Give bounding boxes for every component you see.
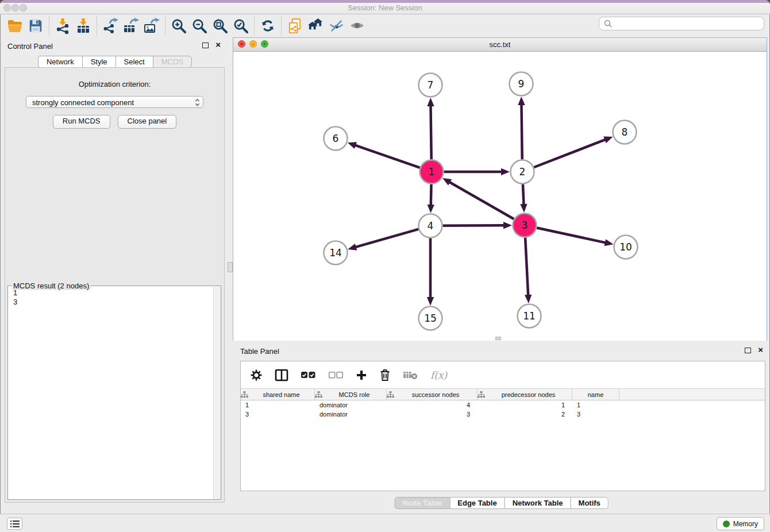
memory-button[interactable]: Memory xyxy=(717,517,764,530)
graph-node-1[interactable]: 1 xyxy=(420,160,444,184)
table-cell[interactable]: 4 xyxy=(387,400,478,410)
node-table-frame: f(x) shared nameMCDS rolesuccessor nodes… xyxy=(240,361,765,491)
table-row[interactable]: 3dominator323 xyxy=(241,410,765,419)
table-cell[interactable]: 3 xyxy=(572,410,619,419)
network-canvas[interactable]: 1234678910111415 xyxy=(233,52,767,341)
table-cell[interactable]: 2 xyxy=(478,410,572,419)
function-builder-button[interactable]: f(x) xyxy=(430,369,447,381)
toggle-panels-button[interactable] xyxy=(7,518,22,530)
graph-node-15[interactable]: 15 xyxy=(419,307,442,330)
table-cell[interactable]: dominator xyxy=(315,410,387,419)
graph-node-6[interactable]: 6 xyxy=(324,127,348,151)
graph-node-4[interactable]: 4 xyxy=(419,214,442,238)
graph-node-3[interactable]: 3 xyxy=(513,214,537,237)
graph-node-8[interactable]: 8 xyxy=(613,121,637,144)
graph-edge-3-11[interactable] xyxy=(525,237,528,296)
column-header-shared-name[interactable]: shared name xyxy=(241,389,315,400)
canvas-splitter-handle[interactable] xyxy=(495,337,501,340)
column-header-mcds-role[interactable]: MCDS role xyxy=(315,389,387,400)
graph-edge-4-14[interactable] xyxy=(355,229,419,248)
table-cell[interactable]: 3 xyxy=(241,410,315,419)
split-columns-icon xyxy=(275,369,288,381)
tab-select[interactable]: Select xyxy=(116,56,153,68)
table-row[interactable]: 1dominator411 xyxy=(241,400,765,410)
import-table-button[interactable] xyxy=(73,16,94,36)
tab-network-table[interactable]: Network Table xyxy=(505,497,571,509)
svg-text:4: 4 xyxy=(428,220,434,232)
mcds-result-scrollbar[interactable] xyxy=(213,287,221,499)
network-view-window: × − + scc.txt 1234678910111415 xyxy=(233,37,767,341)
clone-network-button[interactable] xyxy=(284,16,305,36)
select-all-button[interactable] xyxy=(301,370,316,380)
network-view-titlebar[interactable]: × − + scc.txt xyxy=(233,38,767,52)
mcds-result-list[interactable]: 13 xyxy=(8,287,213,499)
search-input[interactable] xyxy=(599,17,764,30)
show-hidden-button[interactable] xyxy=(346,16,367,36)
close-panel-button[interactable]: × xyxy=(215,40,221,49)
float-table-panel-button[interactable] xyxy=(745,348,751,353)
graph-edge-1-7[interactable] xyxy=(430,105,431,160)
run-mcds-button[interactable]: Run MCDS xyxy=(53,115,110,129)
delete-columns-button[interactable] xyxy=(379,369,391,381)
deselect-all-button[interactable] xyxy=(328,370,344,380)
delete-table-button[interactable] xyxy=(403,370,418,380)
graph-node-9[interactable]: 9 xyxy=(510,72,533,96)
graph-edge-4-3[interactable] xyxy=(442,225,505,226)
table-cell[interactable]: dominator xyxy=(315,400,387,410)
graph-node-11[interactable]: 11 xyxy=(518,304,541,328)
zoom-out-button[interactable] xyxy=(189,16,210,36)
column-header-predecessor-nodes[interactable]: predecessor nodes xyxy=(478,389,572,400)
column-header-successor-nodes[interactable]: successor nodes xyxy=(387,389,478,400)
save-session-button[interactable] xyxy=(25,16,46,36)
export-image-button[interactable] xyxy=(141,16,162,36)
close-panel-button-mcds[interactable]: Close panel xyxy=(118,115,177,129)
float-panel-button[interactable] xyxy=(202,43,209,48)
table-cell[interactable]: 1 xyxy=(241,400,315,410)
split-panel-button[interactable] xyxy=(275,369,288,381)
graph-edge-2-8[interactable] xyxy=(534,140,606,168)
hierarchy-icon xyxy=(387,391,394,398)
import-network-button[interactable] xyxy=(52,16,73,36)
zoom-out-icon xyxy=(191,18,208,34)
svg-text:9: 9 xyxy=(518,78,525,90)
graph-edge-3-10[interactable] xyxy=(537,228,606,243)
column-header-name[interactable]: name xyxy=(572,389,619,400)
show-all-button[interactable] xyxy=(305,16,326,36)
export-network-button[interactable] xyxy=(100,16,121,36)
graph-edge-2-3[interactable] xyxy=(523,184,524,205)
app-window: Session: New Session Control Panel xyxy=(0,0,770,532)
export-table-button[interactable] xyxy=(121,16,141,36)
graph-edge-3-1[interactable] xyxy=(449,182,514,219)
refresh-icon xyxy=(260,18,276,34)
table-cell[interactable]: 1 xyxy=(572,400,619,410)
tab-mcds[interactable]: MCDS xyxy=(153,56,192,68)
zoom-fit-button[interactable] xyxy=(210,16,230,36)
optimization-criterion-label: Optimization criterion: xyxy=(5,80,224,88)
graph-edge-1-4[interactable] xyxy=(431,184,432,206)
graph-node-7[interactable]: 7 xyxy=(419,74,442,97)
graph-node-2[interactable]: 2 xyxy=(511,160,534,184)
zoom-in-icon xyxy=(171,18,187,34)
hide-selected-button[interactable] xyxy=(326,16,346,36)
panel-splitter-handle[interactable] xyxy=(228,262,233,272)
tab-motifs[interactable]: Motifs xyxy=(571,497,609,509)
add-column-button[interactable] xyxy=(356,369,367,381)
graph-node-10[interactable]: 10 xyxy=(614,236,638,259)
graph-edge-1-6[interactable] xyxy=(355,145,420,167)
table-settings-button[interactable] xyxy=(250,369,263,381)
tab-edge-table[interactable]: Edge Table xyxy=(449,497,505,509)
tab-node-table[interactable]: Node Table xyxy=(394,497,450,509)
graph-edge-2-9[interactable] xyxy=(521,104,522,160)
zoom-in-button[interactable] xyxy=(168,16,189,36)
table-cell[interactable]: 1 xyxy=(478,400,572,410)
column-header-label: shared name xyxy=(248,391,314,398)
table-cell[interactable]: 3 xyxy=(387,410,478,419)
open-session-button[interactable] xyxy=(5,16,25,36)
graph-node-14[interactable]: 14 xyxy=(324,241,348,265)
zoom-selected-button[interactable] xyxy=(230,16,251,36)
close-table-panel-button[interactable]: × xyxy=(758,345,763,354)
tab-network[interactable]: Network xyxy=(38,56,83,68)
tab-style[interactable]: Style xyxy=(82,56,116,68)
apply-layout-button[interactable] xyxy=(257,16,278,36)
criterion-dropdown[interactable]: strongly connected component xyxy=(26,96,203,108)
